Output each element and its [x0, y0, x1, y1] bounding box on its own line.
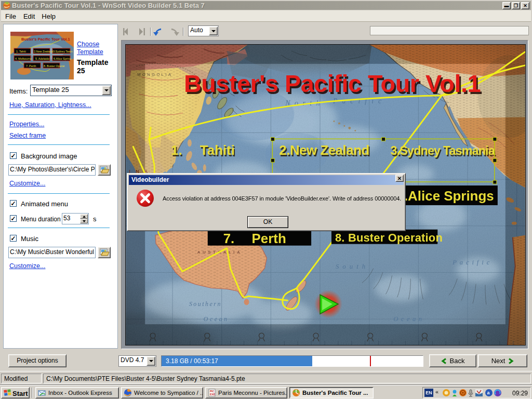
svg-text:8. Buster Operation: 8. Buster Operation [335, 231, 443, 244]
svg-text:EXE: EXE [210, 393, 216, 396]
svg-text:3.Sydney Tasmania: 3.Sydney Tasmania [391, 144, 496, 157]
svg-text:8. Buster Operat: 8. Buster Operat [44, 64, 65, 68]
svg-text:2.New Zealand: 2.New Zealand [279, 143, 369, 157]
svg-text:Perth: Perth [251, 231, 286, 246]
svg-text:Buster's Pacific Tour Vol.1: Buster's Pacific Tour Vol.1 [184, 70, 481, 97]
svg-text:3.Sydney Tasm: 3.Sydney Tasm [53, 50, 73, 53]
svg-text:Buster's Pacific Tour Vol.1: Buster's Pacific Tour Vol.1 [21, 37, 70, 42]
svg-text:6.Alice Springs: 6.Alice Springs [397, 189, 494, 203]
svg-text:5. Adelaide: 5. Adelaide [35, 57, 49, 60]
svg-text:7. Perth: 7. Perth [26, 64, 36, 68]
svg-text:2.New Zealand: 2.New Zealand [34, 50, 53, 53]
svg-text:1. Tahiti: 1. Tahiti [16, 50, 26, 53]
svg-text:4. Melbourne: 4. Melbourne [15, 57, 32, 60]
svg-text:6.Alice Spring: 6.Alice Spring [54, 57, 71, 60]
svg-text:Tahiti: Tahiti [200, 143, 235, 157]
svg-text:1.: 1. [171, 143, 182, 157]
svg-text:7.: 7. [223, 231, 235, 246]
